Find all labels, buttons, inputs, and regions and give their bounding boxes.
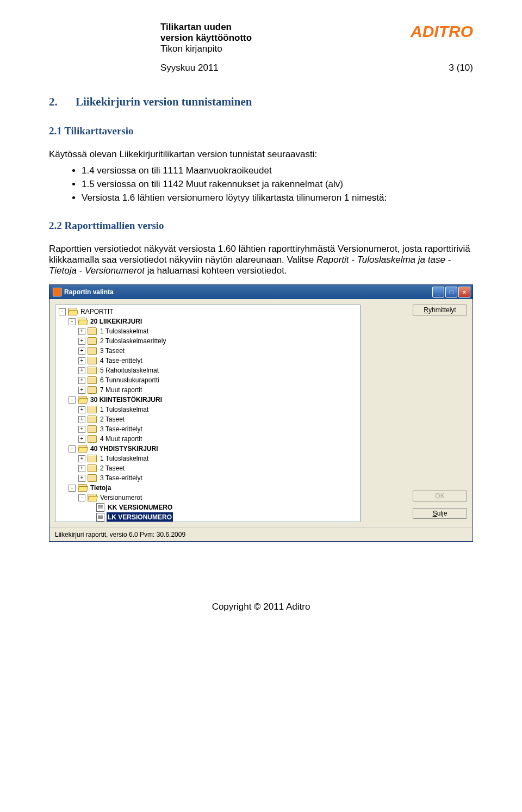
raportin-valinta-window: Raportin valinta _ □ × -RAPORTIT-20 LIIK… [49,284,473,542]
ok-button[interactable]: OK [413,491,467,501]
collapse-icon[interactable]: - [69,318,76,325]
tree-item[interactable]: -20 LIIKEKIRJURI [55,317,360,326]
tree-item[interactable]: +4 Tase-erittelyt [55,356,360,365]
header-date: Syyskuu 2011 [160,63,219,73]
tree-item-label: Tietoja [89,483,112,493]
tree-item-label: 4 Tase-erittelyt [99,356,144,365]
tree-item[interactable]: +2 Tuloslaskelmaerittely [55,336,360,346]
header-page: 3 (10) [449,63,473,73]
section-2-num: 2. [49,95,58,108]
window-close-button[interactable]: × [458,287,470,297]
tree-item-label: 5 Rahoituslaskelmat [99,365,160,375]
tree-item-label: 1 Tuloslaskelmat [99,326,150,336]
expand-icon[interactable]: + [78,328,85,335]
collapse-icon[interactable]: - [78,494,85,501]
tree-item-label: 30 KIINTEISTÖKIRJURI [89,395,163,405]
header-date-row: Syyskuu 2011 3 (10) [49,63,473,73]
tree-item[interactable]: +2 Taseet [55,414,360,424]
folder-icon [88,367,97,374]
sulje-button[interactable]: Sulje [413,508,467,519]
expand-icon[interactable]: + [78,357,85,364]
tree-item[interactable]: +2 Taseet [55,463,360,473]
collapse-icon[interactable]: - [69,485,76,492]
tree-item-label: KK VERSIONUMERO [107,503,173,512]
tree-item-label: 4 Muut raportit [99,434,143,444]
folder-icon [88,406,97,413]
tree-item[interactable]: +3 Taseet [55,346,360,356]
folder-icon [88,337,97,345]
tree-item-label: 1 Tuloslaskelmat [99,454,150,463]
folder-open-icon [88,494,97,501]
expand-icon[interactable]: + [78,387,85,394]
document-icon [96,513,104,522]
tree-item[interactable]: +1 Tuloslaskelmat [55,326,360,336]
tree-item[interactable]: +7 Muut raportit [55,385,360,395]
ryhmittelyt-button[interactable]: Ryhmittelyt [413,305,467,315]
expand-icon[interactable]: + [78,436,85,443]
collapse-icon[interactable]: - [69,445,76,453]
ok-label-rest: K [440,492,445,500]
folder-open-icon [78,396,87,404]
toggle-spacer [88,515,94,520]
expand-icon[interactable]: + [78,406,85,413]
status-bar: Liikekirjuri raportit, versio 6.0 Pvm: 3… [49,528,473,541]
report-tree[interactable]: -RAPORTIT-20 LIIKEKIRJURI+1 Tuloslaskelm… [55,305,361,522]
tree-item[interactable]: +5 Rahoituslaskelmat [55,365,360,375]
folder-icon [88,347,97,355]
folder-open-icon [78,445,87,453]
expand-icon[interactable]: + [78,455,85,462]
tree-item[interactable]: -RAPORTIT [55,307,360,317]
collapse-icon[interactable]: - [59,308,66,315]
section-2-title: Liikekirjurin version tunnistaminen [76,95,252,108]
window-title: Raportin valinta [64,288,114,296]
folder-icon [88,435,97,443]
collapse-icon[interactable]: - [69,396,76,404]
tree-item[interactable]: -40 YHDISTYSKIRJURI [55,444,360,454]
tree-item[interactable]: KK VERSIONUMERO [55,503,360,512]
header-title-2: version käyttöönotto [160,33,252,44]
tree-item-label: 3 Tase-erittelyt [99,424,144,434]
window-maximize-button[interactable]: □ [445,287,457,297]
footer-copyright: Copyright © 2011 Aditro [49,602,473,612]
tree-item[interactable]: +1 Tuloslaskelmat [55,454,360,463]
expand-icon[interactable]: + [78,426,85,433]
tree-item-label: LK VERSIONUMERO [107,512,173,522]
tree-item-label: 6 Tunnuslukuraportti [99,375,160,385]
expand-icon[interactable]: + [78,377,85,384]
expand-icon[interactable]: + [78,416,85,423]
folder-icon [88,416,97,423]
folder-icon [88,474,97,482]
tree-item-label: 20 LIIKEKIRJURI [89,317,143,326]
tree-item-label: RAPORTIT [79,307,114,317]
bullet-item: 1.5 versiossa on tili 1142 Muut rakennuk… [82,179,473,190]
folder-icon [88,357,97,364]
expand-icon[interactable]: + [78,475,85,482]
expand-icon[interactable]: + [78,338,85,345]
folder-icon [88,376,97,384]
tree-item[interactable]: -Versionumerot [55,493,360,503]
window-minimize-button[interactable]: _ [432,287,444,297]
section-2-1-title: Tilikarttaversio [64,125,133,137]
tree-item-label: 40 YHDISTYSKIRJURI [89,444,159,454]
tree-item[interactable]: +6 Tunnuslukuraportti [55,375,360,385]
tree-item-label: 7 Muut raportit [99,385,143,395]
app-icon [53,288,61,296]
tree-item[interactable]: -30 KIINTEISTÖKIRJURI [55,395,360,405]
folder-icon [88,464,97,472]
folder-icon [88,455,97,462]
expand-icon[interactable]: + [78,348,85,355]
tree-item[interactable]: +1 Tuloslaskelmat [55,405,360,414]
expand-icon[interactable]: + [78,367,85,374]
tree-item[interactable]: +3 Tase-erittelyt [55,473,360,483]
tree-item[interactable]: -Tietoja [55,483,360,493]
tree-item[interactable]: LK VERSIONUMERO [55,512,360,522]
header-title-1: Tilikartan uuden [160,22,252,33]
window-titlebar[interactable]: Raportin valinta _ □ × [49,285,473,299]
tree-item-label: Versionumerot [99,493,143,503]
expand-icon[interactable]: + [78,465,85,472]
bullet-item: 1.4 versiossa on tili 1111 Maanvuokraoik… [82,165,473,176]
folder-open-icon [78,484,87,492]
tree-item[interactable]: +4 Muut raportit [55,434,360,444]
tree-item[interactable]: +3 Tase-erittelyt [55,424,360,434]
ryhmittelyt-label: yhmittelyt [428,306,456,314]
